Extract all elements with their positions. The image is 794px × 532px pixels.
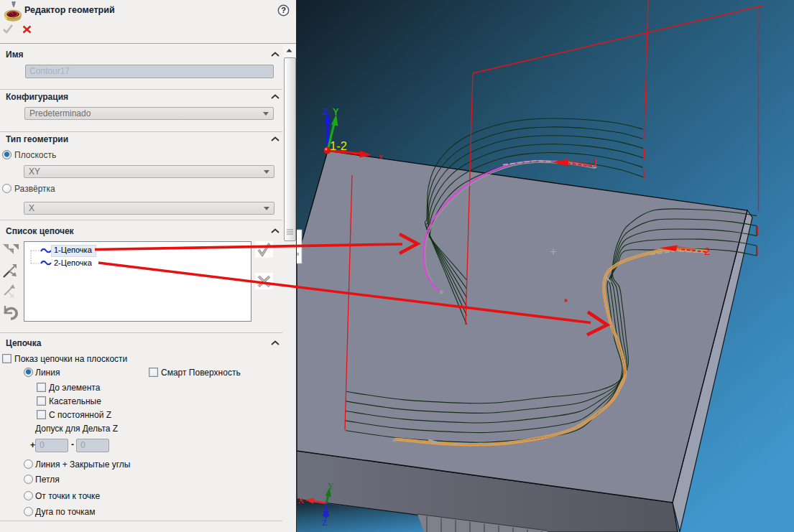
svg-text:X: X	[298, 495, 305, 505]
svg-text:Z: Z	[322, 518, 327, 528]
svg-text:x: x	[379, 152, 383, 161]
svg-text:Y: Y	[333, 106, 339, 117]
svg-text:?: ?	[281, 6, 286, 14]
svg-text:1: 1	[592, 157, 599, 169]
svg-text:2: 2	[704, 245, 711, 257]
svg-text:Y: Y	[328, 481, 334, 491]
svg-text:1-2: 1-2	[330, 139, 347, 152]
svg-text:Z: Z	[323, 106, 328, 117]
